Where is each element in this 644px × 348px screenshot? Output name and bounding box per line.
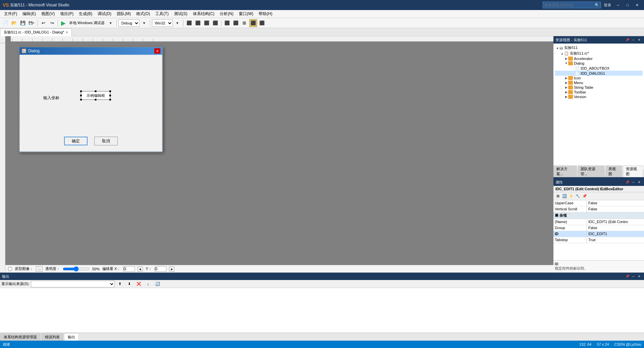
toolbar-grid[interactable]: ⊞	[240, 19, 249, 27]
dialog-body[interactable]: 输入坐标 示例编辑框	[19, 55, 162, 152]
props-close[interactable]: ✕	[637, 180, 642, 185]
toolbar-open[interactable]: 📂	[10, 19, 18, 27]
menu-analyze[interactable]: 分析(N)	[217, 10, 236, 17]
maximize-button[interactable]: □	[623, 2, 632, 8]
props-event-btn[interactable]: ⚡	[568, 193, 574, 199]
tree-dialog-idd1[interactable]: ▶ 📄 IDD_DIALOG1	[555, 71, 643, 76]
debug-dropdown-btn[interactable]: ▼	[140, 19, 148, 27]
class-tab[interactable]: 类视图	[605, 165, 622, 177]
toolbar-spacing[interactable]: ⬛	[223, 19, 231, 27]
toolbar-new[interactable]: 📄	[1, 19, 9, 27]
toolbar-align-bottom[interactable]: ⬛	[211, 19, 219, 27]
output-btn1[interactable]: ⬆	[116, 280, 124, 288]
props-sort-btn[interactable]: 🔤	[561, 193, 568, 199]
tree-string-table[interactable]: ▶ String Table	[555, 85, 643, 90]
platform-dropdown-btn[interactable]: ▼	[173, 19, 181, 27]
menu-arch[interactable]: 体系结构(C)	[190, 10, 217, 17]
props-val-vscroll[interactable]: False	[587, 206, 644, 212]
opacity-slider[interactable]	[63, 266, 90, 272]
resource-panel-pin[interactable]: 📌	[625, 37, 630, 43]
menu-project[interactable]: 项目(P)	[57, 10, 76, 17]
prototype-checkbox[interactable]	[8, 267, 12, 271]
menu-test[interactable]: 测试(S)	[171, 10, 190, 17]
offset-x-up[interactable]: ▲	[138, 266, 143, 272]
props-grid-btn[interactable]: ⊞	[555, 193, 561, 199]
toolbar-guide[interactable]: ⬛	[249, 19, 257, 27]
proto-browse-btn[interactable]: ...	[36, 266, 43, 272]
output-btn4[interactable]: ↕	[144, 280, 152, 288]
props-val-name[interactable]: IDC_EDIT1 (Edit Contro	[587, 219, 644, 225]
tree-toolbar[interactable]: ▶ Toolbar	[555, 90, 643, 94]
quick-launch[interactable]: 🔍	[543, 2, 601, 8]
tree-accelerator[interactable]: ▶ Accelerator	[555, 56, 643, 61]
output-tab[interactable]: 输出	[64, 333, 79, 341]
tree-dialog-idd-about[interactable]: ▶ 📄 IDD_ABOUTBOX	[555, 66, 643, 71]
offset-y-input[interactable]	[155, 266, 166, 272]
toolbar-run-dropdown[interactable]: ▼	[107, 19, 115, 27]
menu-team[interactable]: 团队(M)	[114, 10, 133, 17]
menu-build[interactable]: 生成(B)	[76, 10, 95, 17]
props-pin[interactable]: 📌	[625, 180, 630, 185]
toolbar-save[interactable]: 💾	[19, 19, 27, 27]
menu-help[interactable]: 帮助(H)	[256, 10, 275, 17]
arch-tab[interactable]: 体系结构资源管理器	[0, 333, 41, 341]
minimize-button[interactable]: ─	[614, 2, 623, 8]
offset-x-input[interactable]	[123, 266, 135, 272]
output-minimize[interactable]: ─	[631, 274, 636, 279]
toolbar-undo[interactable]: ↩	[39, 19, 47, 27]
toolbar-redo[interactable]: ↪	[48, 19, 56, 27]
tree-menu[interactable]: ▶ Menu	[555, 80, 643, 85]
tree-version[interactable]: ▶ Version	[555, 94, 643, 99]
team-tab[interactable]: 团队资源管...	[578, 165, 605, 177]
toolbar-misc[interactable]: ⬛	[258, 19, 266, 27]
resource-tab[interactable]: 资源视图	[623, 165, 643, 177]
menu-debug[interactable]: 调试(D)	[95, 10, 114, 17]
props-prop-btn[interactable]: 🔧	[575, 193, 581, 199]
props-val-tabstop[interactable]: True	[587, 237, 644, 243]
menu-file[interactable]: 文件(F)	[1, 10, 20, 17]
props-val-group[interactable]: False	[587, 225, 644, 231]
offset-y-up[interactable]: ▲	[169, 266, 174, 272]
resource-panel-minimize[interactable]: ─	[631, 37, 636, 43]
toolbar-align-left[interactable]: ⬛	[185, 19, 193, 27]
dialog-close-button[interactable]: ✕	[154, 48, 160, 54]
tree-dialog[interactable]: ▼ Dialog	[555, 61, 643, 66]
toolbar-spacing2[interactable]: ⬛	[232, 19, 240, 27]
resource-panel-close[interactable]: ✕	[637, 37, 642, 43]
dialog-preview-window[interactable]: 🪟 Dialog ✕ 输入坐标 示例编辑框	[19, 47, 163, 152]
dialog-cancel-button[interactable]: 取消	[94, 137, 118, 145]
output-btn2[interactable]: ⬇	[125, 280, 133, 288]
output-close[interactable]: ✕	[637, 274, 642, 279]
tree-rc-file[interactable]: ▲ 📋 实验511.rc*	[555, 51, 643, 56]
doc-tab-active[interactable]: 实验511.rc - IDD_DIALOG1 - Dialog* ✕	[0, 28, 72, 36]
props-val-uppercase[interactable]: False	[587, 200, 644, 206]
platform-select[interactable]: Win32	[152, 19, 173, 27]
toolbar-align-top[interactable]: ⬛	[203, 19, 211, 27]
tree-root[interactable]: ▲ 🗂 实验511	[555, 45, 643, 51]
output-source-select[interactable]	[31, 281, 115, 287]
props-minimize[interactable]: ─	[631, 180, 636, 185]
output-btn5[interactable]: 🔄	[154, 280, 162, 288]
output-btn3[interactable]: ❌	[135, 280, 143, 288]
props-pin-btn[interactable]: 📌	[582, 193, 588, 199]
menu-view[interactable]: 视图(V)	[39, 10, 57, 17]
props-row-id[interactable]: ID IDC_EDIT1	[553, 231, 644, 237]
menu-tools[interactable]: 工具(T)	[153, 10, 171, 17]
tree-icon[interactable]: ▶ Icon	[555, 76, 643, 80]
debug-mode-select[interactable]: Debug	[118, 19, 140, 27]
error-tab[interactable]: 错误列表	[41, 333, 63, 341]
toolbar-saveall[interactable]: 💾+	[28, 19, 36, 27]
menu-format[interactable]: 格式(O)	[133, 10, 153, 17]
toolbar-align-right[interactable]: ⬛	[194, 19, 202, 27]
doc-tab-close[interactable]: ✕	[65, 30, 68, 34]
quick-launch-input[interactable]	[544, 3, 595, 7]
run-button[interactable]: ▶	[60, 19, 67, 27]
output-pin[interactable]: 📌	[625, 274, 630, 279]
menu-edit[interactable]: 编辑(E)	[20, 10, 39, 17]
solution-tab[interactable]: 解决方案...	[553, 165, 577, 177]
menu-window[interactable]: 窗口(W)	[236, 10, 256, 17]
dialog-editbox[interactable]: 示例编辑框	[81, 91, 110, 100]
close-button[interactable]: ✕	[633, 2, 641, 8]
props-val-id[interactable]: IDC_EDIT1	[587, 231, 644, 237]
dialog-ok-button[interactable]: 确定	[64, 137, 88, 145]
